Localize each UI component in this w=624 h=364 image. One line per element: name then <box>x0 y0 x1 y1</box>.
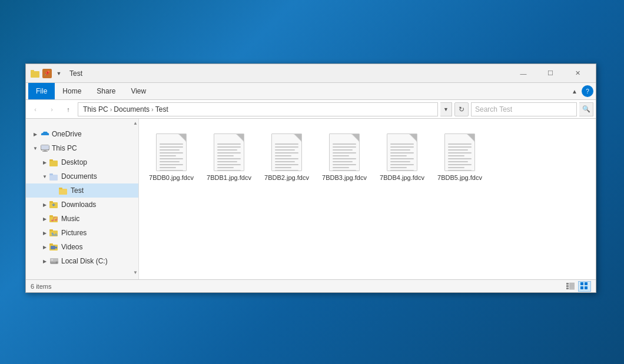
doc-line <box>217 170 241 171</box>
doc-icon <box>387 133 417 171</box>
file-name: 7BDB4.jpg.fdcv <box>380 173 424 182</box>
file-icon <box>384 129 420 171</box>
tab-file[interactable]: File <box>28 83 55 99</box>
help-button[interactable]: ? <box>582 85 593 97</box>
path-separator-1: › <box>110 106 112 113</box>
sidebar-label-videos: Videos <box>61 243 82 251</box>
sidebar-item-documents[interactable]: ▼ Documents <box>26 169 138 183</box>
search-placeholder: Search Test <box>475 105 512 113</box>
tab-view[interactable]: View <box>123 83 154 99</box>
svg-rect-22 <box>49 229 53 231</box>
search-box[interactable]: Search Test <box>471 102 577 116</box>
documents-folder-icon <box>49 172 59 181</box>
doc-line <box>333 146 356 148</box>
doc-lines <box>217 143 241 171</box>
doc-line <box>333 155 349 156</box>
file-item-file0[interactable]: 7BDB0.jpg.fdcv <box>145 125 198 186</box>
doc-icon <box>329 133 360 171</box>
maximize-button[interactable]: ☐ <box>537 64 564 83</box>
doc-icon <box>156 133 187 171</box>
doc-icon <box>214 133 244 171</box>
sidebar-toggle-downloads: ▶ <box>40 200 49 209</box>
doc-line <box>448 161 468 162</box>
doc-line <box>275 167 291 168</box>
doc-line <box>390 143 414 145</box>
tab-home[interactable]: Home <box>55 83 89 99</box>
sidebar-label-downloads: Downloads <box>61 201 96 209</box>
file-icon <box>154 129 189 171</box>
sidebar-item-test[interactable]: ▶ Test <box>26 183 138 198</box>
doc-line <box>390 170 414 171</box>
doc-line <box>160 167 176 168</box>
ribbon-expand-area: ▲ ? <box>569 85 593 97</box>
file-item-file3[interactable]: 7BDB3.jpg.fdcv <box>318 125 371 186</box>
close-button[interactable]: ✕ <box>564 64 591 83</box>
sidebar-item-pictures[interactable]: ▶ Pictures <box>26 226 138 240</box>
forward-button[interactable]: › <box>45 102 59 116</box>
file-name: 7BDB0.jpg.fdcv <box>149 173 194 182</box>
back-button[interactable]: ‹ <box>28 102 42 116</box>
svg-rect-39 <box>569 289 575 289</box>
sidebar-item-desktop[interactable]: ▶ Desktop <box>26 155 138 169</box>
minimize-button[interactable]: — <box>510 64 537 83</box>
svg-rect-3 <box>41 145 49 149</box>
up-button[interactable]: ↑ <box>61 102 75 116</box>
sidebar-item-downloads[interactable]: ▶ Downloads <box>26 198 138 212</box>
sidebar-item-music[interactable]: ▶ Music <box>26 212 138 226</box>
doc-line <box>448 158 472 159</box>
sidebar[interactable]: ▲ ▶ OneDrive ▼ <box>26 119 139 279</box>
doc-line <box>390 146 414 148</box>
svg-rect-32 <box>569 283 575 283</box>
doc-line <box>217 155 234 156</box>
qat-dropdown[interactable]: ▼ <box>54 69 64 78</box>
address-path[interactable]: This PC › Documents › Test <box>78 102 438 116</box>
sidebar-item-localdisk[interactable]: ▶ Local Disk (C:) <box>26 254 138 268</box>
svg-rect-6 <box>49 161 58 166</box>
svg-rect-13 <box>49 201 53 203</box>
doc-line <box>160 164 183 165</box>
file-icon <box>442 129 477 171</box>
view-buttons <box>564 281 591 292</box>
ribbon-collapse-button[interactable]: ▲ <box>569 85 580 97</box>
svg-rect-7 <box>49 159 53 161</box>
doc-line <box>333 158 356 159</box>
refresh-button[interactable]: ↻ <box>454 102 469 116</box>
doc-line <box>160 155 176 156</box>
doc-line <box>217 152 241 153</box>
doc-line <box>275 161 295 162</box>
doc-line <box>448 152 472 153</box>
svg-point-16 <box>51 220 54 222</box>
svg-rect-26 <box>51 246 55 249</box>
window-title: Test <box>69 69 510 78</box>
view-icons-button[interactable] <box>578 281 591 292</box>
onedrive-icon <box>40 129 49 139</box>
sidebar-label-localdisk: Local Disk (C:) <box>61 257 108 265</box>
file-item-file2[interactable]: 7BDB2.jpg.fdcv <box>260 125 313 186</box>
view-details-button[interactable] <box>564 281 577 292</box>
downloads-icon <box>49 200 59 209</box>
svg-rect-37 <box>566 288 569 289</box>
sidebar-toggle-pictures: ▶ <box>40 228 49 238</box>
file-name: 7BDB2.jpg.fdcv <box>264 173 309 182</box>
sidebar-item-thispc[interactable]: ▼ This PC <box>26 141 138 155</box>
file-item-file4[interactable]: 7BDB4.jpg.fdcv <box>376 125 429 186</box>
doc-line <box>333 161 353 162</box>
address-dropdown[interactable]: ▼ <box>440 102 452 116</box>
doc-line <box>275 143 298 145</box>
svg-rect-40 <box>580 282 583 285</box>
tab-share[interactable]: Share <box>89 83 123 99</box>
folder-icon-title <box>31 69 40 78</box>
search-button[interactable]: 🔍 <box>579 102 593 116</box>
doc-line <box>390 164 414 165</box>
doc-line <box>333 152 356 153</box>
file-item-file5[interactable]: 7BDB5.jpg.fdcv <box>433 125 486 186</box>
quick-access-pin: 📌 <box>42 69 52 78</box>
file-item-file1[interactable]: 7BDB1.jpg.fdcv <box>203 125 255 186</box>
svg-point-30 <box>56 262 58 263</box>
svg-rect-31 <box>566 283 569 285</box>
svg-rect-35 <box>569 285 575 286</box>
doc-line <box>333 149 353 151</box>
sidebar-item-videos[interactable]: ▶ Videos <box>26 240 138 254</box>
main-area: ▲ ▶ OneDrive ▼ <box>26 119 596 279</box>
sidebar-item-onedrive[interactable]: ▶ OneDrive <box>26 127 138 141</box>
